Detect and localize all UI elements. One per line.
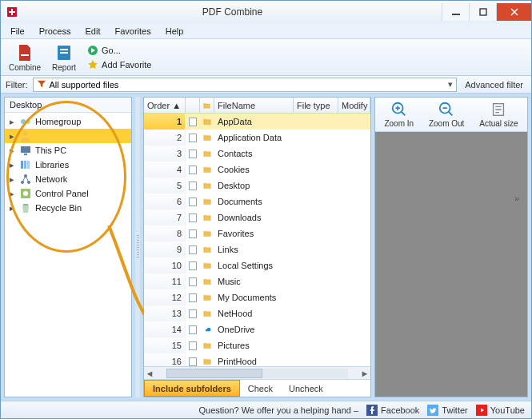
row-filetype <box>294 337 338 353</box>
svg-rect-17 <box>27 161 30 169</box>
menu-help[interactable]: Help <box>159 25 190 38</box>
title-bar: PDF Combine <box>1 1 531 23</box>
file-row[interactable]: 8Favorites <box>144 225 370 241</box>
splitter[interactable] <box>135 97 140 397</box>
actual-size-icon <box>490 101 507 118</box>
row-checkbox[interactable] <box>186 225 200 241</box>
menu-file[interactable]: File <box>4 25 31 38</box>
file-row[interactable]: 4Cookies <box>144 162 370 178</box>
scroll-track[interactable] <box>166 369 348 378</box>
file-row[interactable]: 2Application Data <box>144 130 370 146</box>
scroll-right-icon[interactable]: ► <box>359 369 370 378</box>
file-row[interactable]: 7Downloads <box>144 210 370 225</box>
row-checkbox[interactable] <box>186 114 200 130</box>
row-modify <box>338 289 370 305</box>
file-row[interactable]: 5Desktop <box>144 178 370 194</box>
file-row[interactable]: 16PrintHood <box>144 353 370 366</box>
zoom-out-button[interactable]: Zoom Out <box>429 101 464 128</box>
tree-item-this-pc[interactable]: ▸This PC <box>5 143 131 158</box>
row-order: 1 <box>144 114 186 130</box>
column-filetype[interactable]: File type <box>294 98 338 113</box>
file-row[interactable]: 11Music <box>144 273 370 289</box>
control-icon <box>19 187 32 200</box>
scroll-left-icon[interactable]: ◄ <box>144 369 155 378</box>
homegroup-icon <box>19 115 32 128</box>
row-checkbox[interactable] <box>186 337 200 353</box>
file-row[interactable]: 3Contacts <box>144 146 370 162</box>
network-icon <box>19 173 32 186</box>
tree-item-recycle-bin[interactable]: ▸Recycle Bin <box>5 201 131 215</box>
column-checkbox[interactable] <box>186 98 200 113</box>
row-checkbox[interactable] <box>186 178 200 194</box>
filter-icon <box>37 79 46 90</box>
horizontal-scrollbar[interactable]: ◄ ► <box>144 366 370 379</box>
column-filename[interactable]: FileName <box>214 98 294 113</box>
folder-tree: ▸Homegroup▸▸This PC▸Libraries▸Network▸Co… <box>5 113 131 217</box>
tree-item-homegroup[interactable]: ▸Homegroup <box>5 114 131 129</box>
scroll-thumb[interactable] <box>166 369 262 378</box>
row-checkbox[interactable] <box>186 194 200 210</box>
file-row[interactable]: 13NetHood <box>144 305 370 321</box>
minimize-button[interactable] <box>442 3 469 21</box>
row-checkbox[interactable] <box>186 289 200 305</box>
folder-icon <box>200 305 214 321</box>
tree-item-network[interactable]: ▸Network <box>5 172 131 186</box>
column-modify[interactable]: Modify <box>338 98 370 113</box>
check-all-button[interactable]: Check <box>240 380 281 397</box>
uncheck-all-button[interactable]: Uncheck <box>281 380 331 397</box>
tree-item-libraries[interactable]: ▸Libraries <box>5 158 131 172</box>
svg-rect-5 <box>480 9 486 15</box>
file-row[interactable]: 9Links <box>144 241 370 257</box>
twitter-link[interactable]: Twitter <box>427 405 467 416</box>
tree-item-user[interactable]: ▸ <box>5 129 131 143</box>
column-icon[interactable] <box>200 98 214 113</box>
chevron-right-icon[interactable]: » <box>514 194 519 203</box>
maximize-button[interactable] <box>469 3 496 21</box>
row-checkbox[interactable] <box>186 353 200 366</box>
row-checkbox[interactable] <box>186 273 200 289</box>
file-row[interactable]: 12My Documents <box>144 289 370 305</box>
file-row[interactable]: 10Local Settings <box>144 257 370 273</box>
row-checkbox[interactable] <box>186 162 200 178</box>
report-button[interactable]: Report <box>49 42 79 74</box>
row-checkbox[interactable] <box>186 257 200 273</box>
filter-combo[interactable]: All supported files ▾ <box>33 78 458 92</box>
youtube-link[interactable]: YouTube <box>476 405 525 416</box>
go-button[interactable]: Go... <box>84 44 154 57</box>
column-order[interactable]: Order▲ <box>144 98 186 113</box>
row-checkbox[interactable] <box>186 210 200 225</box>
facebook-link[interactable]: Facebook <box>366 405 419 416</box>
svg-point-11 <box>26 119 30 124</box>
include-subfolders-button[interactable]: Include subfolders <box>144 380 240 397</box>
row-modify <box>338 178 370 194</box>
advanced-filter-link[interactable]: Advanced filter <box>462 80 526 90</box>
close-button[interactable] <box>496 3 531 21</box>
row-filename: AppData <box>214 114 294 130</box>
row-filetype <box>294 257 338 273</box>
menu-edit[interactable]: Edit <box>78 25 106 38</box>
folder-icon <box>200 273 214 289</box>
filter-label: Filter: <box>6 80 28 90</box>
file-row[interactable]: 1AppData <box>144 114 370 130</box>
file-row[interactable]: 14OneDrive <box>144 321 370 337</box>
menu-favorites[interactable]: Favorites <box>108 25 157 38</box>
row-order: 7 <box>144 210 186 225</box>
file-row[interactable]: 15Pictures <box>144 337 370 353</box>
actual-size-button[interactable]: Actual size <box>479 101 518 128</box>
row-checkbox[interactable] <box>186 241 200 257</box>
row-modify <box>338 305 370 321</box>
row-checkbox[interactable] <box>186 146 200 162</box>
expand-icon: ▸ <box>10 131 16 142</box>
row-checkbox[interactable] <box>186 321 200 337</box>
tree-item-control-panel[interactable]: ▸Control Panel <box>5 186 131 201</box>
row-checkbox[interactable] <box>186 305 200 321</box>
zoom-in-button[interactable]: Zoom In <box>384 101 414 128</box>
file-row[interactable]: 6Documents <box>144 194 370 210</box>
menu-process[interactable]: Process <box>33 25 78 38</box>
combine-button[interactable]: Combine <box>6 42 44 74</box>
row-checkbox[interactable] <box>186 130 200 146</box>
row-order: 2 <box>144 130 186 146</box>
row-filetype <box>294 273 338 289</box>
sidebar-header: Desktop <box>5 98 131 113</box>
add-favorite-button[interactable]: Add Favorite <box>84 58 154 71</box>
